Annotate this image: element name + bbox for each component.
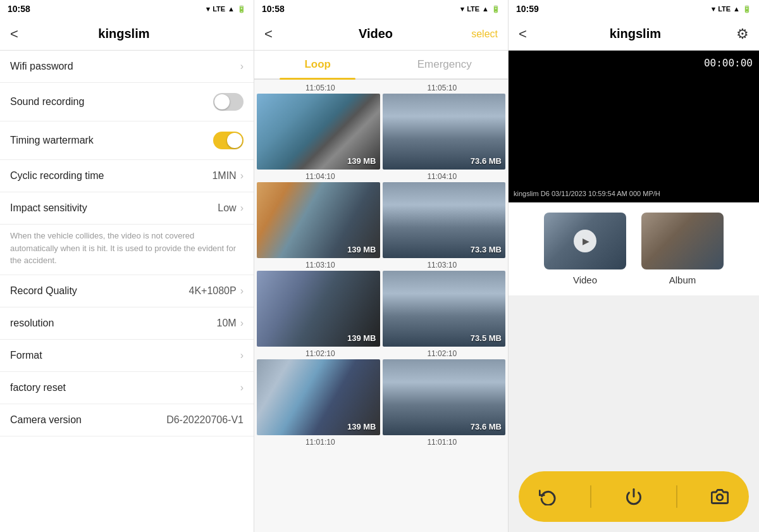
refresh-button[interactable] <box>532 481 564 512</box>
chevron-wifi: › <box>240 61 244 72</box>
settings-label-cyclic: Cyclic recording time <box>10 170 104 182</box>
tab-loop-label: Loop <box>304 58 331 70</box>
video-thumb-3-right[interactable]: 73.5 MB <box>383 271 506 347</box>
thumb-inner-3-left: 139 MB <box>257 271 380 347</box>
video-player[interactable]: 00:00:00 kingslim D6 03/11/2023 10:59:54… <box>509 51 759 202</box>
video-row-1: 139 MB 73.6 MB <box>257 94 505 170</box>
settings-item-format[interactable]: Format › <box>0 340 254 372</box>
status-bar-3: 10:59 ▾ LTE ▲ 🔋 <box>509 0 759 18</box>
signal-label-2: LTE <box>467 5 479 13</box>
album-thumbnail[interactable] <box>641 213 724 269</box>
chevron-impact: › <box>240 202 244 214</box>
settings-item-impact[interactable]: Impact sensitivity Low › <box>0 192 254 225</box>
media-item-video[interactable]: ▶ Video <box>544 213 626 285</box>
signal-bars-1: ▲ <box>228 5 235 13</box>
media-item-album[interactable]: Album <box>641 213 724 285</box>
impact-value: Low <box>218 202 236 214</box>
settings-item-resolution[interactable]: resolution 10M › <box>0 307 254 340</box>
video-thumb-1-right[interactable]: 73.6 MB <box>383 94 506 170</box>
video-thumbnail[interactable]: ▶ <box>544 213 626 269</box>
back-button-1[interactable]: < <box>10 26 18 42</box>
video-panel: 10:58 ▾ LTE ▲ 🔋 < Video select Loop Emer… <box>254 0 509 532</box>
tab-emergency[interactable]: Emergency <box>381 51 509 78</box>
power-button[interactable] <box>618 481 650 512</box>
tabs-row: Loop Emergency <box>254 51 508 80</box>
back-button-3[interactable]: < <box>519 26 527 42</box>
size-badge-1-left: 139 MB <box>347 156 376 166</box>
time-labels-bottom-2: 11:03:10 11:03:10 <box>257 259 505 271</box>
size-badge-3-right: 73.5 MB <box>471 333 502 343</box>
time-bottom-left-2: 11:03:10 <box>259 261 381 269</box>
settings-label-resolution: resolution <box>10 318 54 329</box>
video-thumb-1-left[interactable]: 139 MB <box>257 94 380 170</box>
settings-value-cyclic: 1MIN › <box>212 170 244 182</box>
tab-emergency-label: Emergency <box>417 58 472 70</box>
chevron-quality: › <box>240 285 244 297</box>
time-labels-bottom-1: 11:04:10 11:04:10 <box>257 171 505 182</box>
status-time-1: 10:58 <box>8 4 30 14</box>
settings-label-sound: Sound recording <box>10 96 84 108</box>
settings-label-impact: Impact sensitivity <box>10 202 87 214</box>
back-button-2[interactable]: < <box>264 26 273 42</box>
status-bar-2: 10:58 ▾ LTE ▲ 🔋 <box>254 0 508 18</box>
video-thumb-4-right[interactable]: 73.6 MB <box>383 359 506 435</box>
video-thumb-3-left[interactable]: 139 MB <box>257 271 380 347</box>
time-bottom-left-3: 11:02:10 <box>259 349 381 358</box>
time-bottom-right-3: 11:02:10 <box>381 349 503 358</box>
camera-button[interactable] <box>704 481 736 512</box>
thumbnail-section: ▶ Video Album <box>509 202 759 295</box>
size-badge-1-right: 73.6 MB <box>471 156 502 166</box>
battery-icon-3: 🔋 <box>743 5 751 13</box>
video-thumb-2-left[interactable]: 139 MB <box>257 182 380 258</box>
status-icons-1: ▾ LTE ▲ 🔋 <box>206 5 246 13</box>
settings-label-timing: Timing wartermark <box>10 135 94 146</box>
status-bar-1: 10:58 ▾ LTE ▲ 🔋 <box>0 0 254 18</box>
settings-item-wifi[interactable]: Wifi password › <box>0 51 254 83</box>
settings-item-sound[interactable]: Sound recording <box>0 83 254 121</box>
settings-item-version: Camera version D6-20220706-V1 <box>0 404 254 436</box>
tab-loop[interactable]: Loop <box>254 51 381 78</box>
size-badge-4-right: 73.6 MB <box>471 422 502 431</box>
thumb-inner-3-right: 73.5 MB <box>383 271 506 347</box>
settings-item-cyclic[interactable]: Cyclic recording time 1MIN › <box>0 160 254 192</box>
status-icons-3: ▾ LTE ▲ 🔋 <box>712 5 751 13</box>
play-overlay: ▶ <box>544 213 626 269</box>
version-value: D6-20220706-V1 <box>166 414 244 426</box>
settings-panel: 10:58 ▾ LTE ▲ 🔋 < kingslim Wifi password… <box>0 0 254 532</box>
resolution-value: 10M <box>217 318 237 329</box>
gear-icon[interactable]: ⚙ <box>736 26 749 42</box>
settings-item-quality[interactable]: Record Quality 4K+1080P › <box>0 275 254 307</box>
signal-label-1: LTE <box>213 5 225 13</box>
time-top-left-0: 11:05:10 <box>259 84 381 92</box>
impact-description: When the vehicle collides, the video is … <box>0 225 254 275</box>
player-info-bar: kingslim D6 03/11/2023 10:59:54 AM 000 M… <box>514 190 660 197</box>
time-bottom-left-1: 11:04:10 <box>259 172 381 181</box>
settings-item-timing[interactable]: Timing wartermark <box>0 121 254 160</box>
thumb-inner-2-right: 73.3 MB <box>383 182 506 258</box>
time-labels-bottom-4: 11:01:10 11:01:10 <box>257 436 505 448</box>
toggle-timing[interactable] <box>213 132 244 149</box>
video-thumb-4-left[interactable]: 139 MB <box>257 359 380 435</box>
status-icons-2: ▾ LTE ▲ 🔋 <box>460 5 500 13</box>
album-label: Album <box>669 275 696 285</box>
ctrl-divider-1 <box>590 485 591 508</box>
size-badge-4-left: 139 MB <box>347 422 376 431</box>
settings-item-factory-reset[interactable]: factory reset › <box>0 372 254 404</box>
settings-label-quality: Record Quality <box>10 285 77 297</box>
video-label: Video <box>573 275 597 285</box>
status-time-2: 10:58 <box>262 4 285 14</box>
chevron-factory-reset: › <box>240 382 244 393</box>
wifi-icon-3: ▾ <box>712 5 715 13</box>
toggle-knob-timing <box>227 133 242 148</box>
nav-header-2: < Video select <box>254 18 508 51</box>
battery-icon-1: 🔋 <box>237 5 246 13</box>
signal-bars-3: ▲ <box>733 5 740 13</box>
chevron-format: › <box>240 350 244 361</box>
page-title-1: kingslim <box>26 27 222 41</box>
chevron-resolution: › <box>240 318 244 329</box>
toggle-sound[interactable] <box>213 93 244 111</box>
select-button[interactable]: select <box>471 28 498 40</box>
size-badge-2-left: 139 MB <box>347 245 376 254</box>
time-bottom-right-2: 11:03:10 <box>381 261 503 269</box>
video-thumb-2-right[interactable]: 73.3 MB <box>383 182 506 258</box>
